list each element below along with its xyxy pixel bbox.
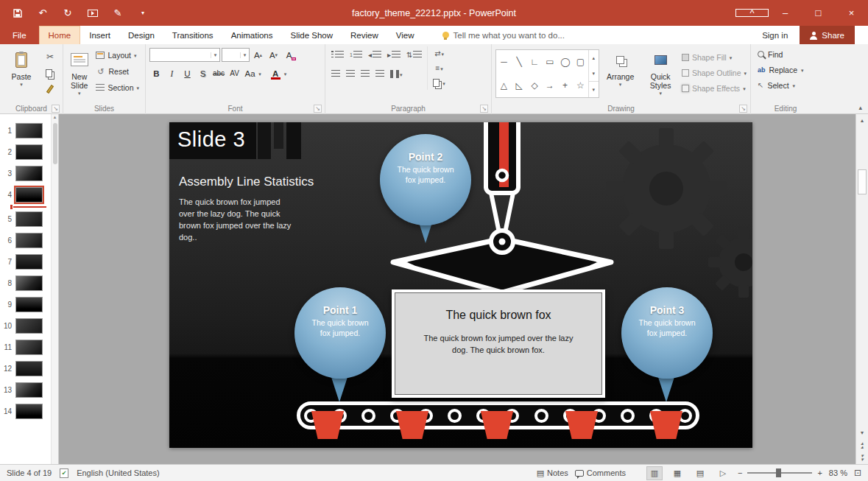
increase-indent-button[interactable]: ▸: [385, 48, 403, 62]
collapse-ribbon-button[interactable]: ▴: [858, 104, 862, 111]
slide-thumbnail-14[interactable]: 14: [0, 401, 51, 422]
increase-font-size-button[interactable]: A▴: [251, 48, 265, 62]
font-color-button[interactable]: A: [269, 66, 283, 80]
tab-animations[interactable]: Animations: [222, 26, 282, 44]
draw-button[interactable]: ✎: [110, 6, 125, 21]
zoom-in-button[interactable]: +: [817, 468, 822, 477]
font-size-combobox[interactable]: ▾: [222, 48, 250, 62]
drawing-dialog-launcher[interactable]: ↘: [739, 105, 747, 113]
thumbnail-image[interactable]: [15, 144, 43, 160]
slide-thumbnail-2[interactable]: 2: [0, 141, 51, 163]
thumbnail-image[interactable]: [15, 275, 43, 291]
slide-thumbnail-9[interactable]: 9: [0, 294, 51, 315]
center-text-box[interactable]: The quick brown fox The quick brown fox …: [392, 289, 605, 398]
scroll-up-button[interactable]: ▴: [856, 114, 868, 127]
share-button[interactable]: Share: [800, 26, 855, 44]
right-triangle-shape-icon[interactable]: ◺: [512, 74, 527, 97]
clear-formatting-button[interactable]: A: [282, 48, 296, 62]
font-dialog-launcher[interactable]: ↘: [314, 105, 322, 113]
bullets-button[interactable]: [329, 48, 346, 62]
tab-slide-show[interactable]: Slide Show: [282, 26, 342, 44]
previous-slide-button[interactable]: ▴▴: [856, 439, 868, 452]
slide-thumbnail-12[interactable]: 12: [0, 358, 51, 379]
reset-button[interactable]: ↺Reset: [93, 64, 141, 79]
line-shape-icon[interactable]: ─: [496, 50, 512, 74]
vertical-scrollbar[interactable]: ▴ ▾ ▴▴ ▾▾: [855, 114, 868, 464]
reading-view-button[interactable]: ▤: [692, 466, 708, 480]
arrange-button[interactable]: Arrange ▾: [601, 46, 640, 103]
minimize-button[interactable]: –: [769, 0, 802, 26]
select-button[interactable]: ↖Select▾: [755, 77, 816, 93]
line-spacing-button[interactable]: ⇅: [404, 48, 424, 62]
columns-button[interactable]: ▾: [388, 67, 405, 81]
customize-qat-button[interactable]: ▾: [135, 6, 150, 21]
oval-shape-icon[interactable]: ◯: [557, 50, 573, 74]
thumbnail-image[interactable]: [15, 382, 43, 398]
rectangle-shape-icon[interactable]: ▭: [542, 50, 557, 74]
numbering-button[interactable]: 1: [347, 48, 364, 62]
slide-thumbnail-1[interactable]: 1: [0, 120, 51, 141]
change-case-button[interactable]: Aa: [243, 66, 257, 80]
paste-button[interactable]: Paste ▾: [4, 46, 39, 103]
section-button[interactable]: Section▾: [93, 80, 141, 95]
tab-design[interactable]: Design: [119, 26, 163, 44]
start-slideshow-button[interactable]: [85, 6, 100, 21]
slideshow-view-button[interactable]: ▷: [715, 466, 731, 480]
normal-view-button[interactable]: ▥: [646, 466, 663, 480]
thumbnail-image[interactable]: [15, 404, 43, 419]
format-painter-button[interactable]: [41, 82, 59, 96]
align-right-button[interactable]: [359, 67, 372, 81]
undo-button[interactable]: ↶: [35, 6, 50, 21]
justify-button[interactable]: [373, 67, 387, 81]
tell-me-box[interactable]: Tell me what you want to do...: [442, 26, 565, 44]
thumbnail-image[interactable]: [15, 318, 43, 334]
scroll-down-button[interactable]: ▾: [856, 426, 868, 439]
thumbnail-image[interactable]: [15, 340, 43, 355]
cut-button[interactable]: ✂: [41, 49, 59, 64]
scrollbar-track[interactable]: [856, 127, 868, 426]
plus-shape-icon[interactable]: +: [557, 74, 573, 97]
point-3-balloon[interactable]: Point 3 The quick brown fox jumped.: [621, 287, 713, 379]
thumbnails-scrollbar-thumb[interactable]: [53, 123, 57, 164]
zoom-out-button[interactable]: −: [738, 468, 742, 477]
align-text-button[interactable]: ≡▾: [431, 61, 448, 75]
italic-button[interactable]: I: [165, 66, 179, 80]
star-shape-icon[interactable]: ☆: [573, 74, 588, 97]
thumbnails-scroll-up-button[interactable]: ▴: [54, 114, 57, 120]
shape-fill-button[interactable]: Shape Fill▾: [682, 51, 747, 64]
sign-in-button[interactable]: Sign in: [750, 26, 800, 44]
thumbnail-image[interactable]: [15, 297, 43, 312]
shapes-scroll-down-button[interactable]: ▾: [589, 66, 599, 81]
slide-number-indicator[interactable]: Slide 4 of 19: [7, 468, 52, 477]
scrollbar-thumb[interactable]: [858, 169, 867, 194]
repeat-button[interactable]: ↻: [60, 6, 75, 21]
copy-button[interactable]: [41, 66, 59, 80]
thumbnail-image[interactable]: [15, 123, 43, 138]
find-button[interactable]: Find: [755, 46, 816, 62]
tab-insert[interactable]: Insert: [80, 26, 119, 44]
right-arrow-shape-icon[interactable]: →: [542, 74, 557, 97]
comments-button[interactable]: Comments: [575, 468, 626, 477]
thumbnail-image[interactable]: [15, 211, 43, 227]
slide-thumbnail-11[interactable]: 11: [0, 337, 51, 358]
shape-outline-button[interactable]: Shape Outline▾: [682, 66, 747, 80]
convert-to-smartart-button[interactable]: ▾: [431, 76, 448, 90]
slide-thumbnail-13[interactable]: 13: [0, 379, 51, 401]
spell-check-icon[interactable]: ✔: [60, 468, 68, 478]
slide-thumbnail-8[interactable]: 8: [0, 273, 51, 294]
align-center-button[interactable]: [344, 67, 357, 81]
tab-view[interactable]: View: [387, 26, 423, 44]
maximize-button[interactable]: □: [802, 0, 835, 26]
thumbnail-image[interactable]: [15, 361, 43, 376]
shape-effects-button[interactable]: Shape Effects▾: [682, 82, 747, 95]
tab-transitions[interactable]: Transitions: [163, 26, 222, 44]
quick-styles-button[interactable]: Quick Styles ▾: [641, 46, 680, 103]
rounded-rectangle-shape-icon[interactable]: ▢: [573, 50, 588, 74]
new-slide-button[interactable]: New Slide ▾: [67, 46, 91, 103]
slide-thumbnail-4[interactable]: 4: [0, 184, 51, 206]
bold-button[interactable]: B: [149, 66, 163, 80]
thumbnails-scrollbar[interactable]: ▴: [51, 114, 58, 464]
thumbnail-image[interactable]: [15, 254, 43, 270]
point-1-balloon[interactable]: Point 1 The quick brown fox jumped.: [294, 287, 386, 379]
ribbon-display-options-button[interactable]: ^: [735, 0, 769, 26]
